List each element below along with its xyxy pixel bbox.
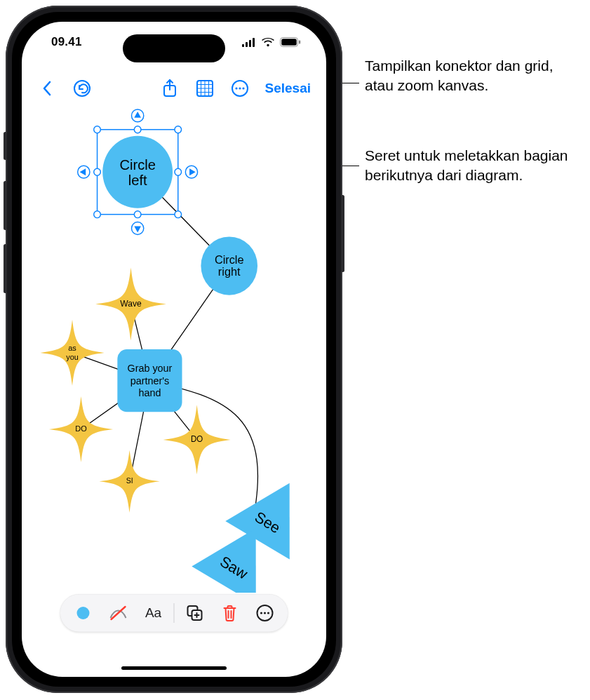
battery-icon [280,37,301,47]
volume-up-button [4,181,7,230]
more-button[interactable] [224,73,255,104]
share-button[interactable] [154,73,185,104]
svg-point-37 [77,607,90,619]
svg-point-25 [175,126,182,133]
share-icon [162,79,177,98]
ellipsis-circle-icon [256,604,274,622]
node-circle-left-label-2: left [128,171,147,187]
node-star-as-you[interactable]: as you [40,320,104,386]
grid-button[interactable] [189,73,220,104]
arrow-handle-top[interactable] [132,109,144,122]
node-star-wave[interactable]: Wave [95,268,166,341]
side-button [4,132,7,160]
svg-point-11 [235,87,237,89]
node-square-label-3: hand [138,387,161,398]
svg-rect-0 [242,44,244,47]
svg-rect-1 [246,42,248,47]
ellipsis-circle-icon [231,79,249,97]
top-toolbar: Selesai [22,71,326,106]
bottom-toolbar: Aa [60,594,288,632]
text-style-button[interactable]: Aa [136,598,171,628]
home-indicator [121,666,227,670]
stroke-none-icon [108,604,129,622]
svg-rect-3 [253,38,255,47]
undo-button[interactable] [67,73,98,104]
canvas[interactable]: Circle left [22,106,326,593]
trash-icon [222,604,238,622]
undo-icon [73,79,91,97]
svg-point-12 [239,87,241,89]
callout-drag-text: Seret untuk meletakkan bagian berikutnya… [365,147,568,183]
delete-button[interactable] [213,598,248,628]
node-star-wave-label: Wave [120,299,142,309]
svg-point-29 [134,211,141,218]
back-button[interactable] [32,73,62,104]
svg-rect-5 [281,39,297,46]
callout-grid: Tampilkan konektor dan grid, atau zoom k… [365,56,582,96]
phone-frame: 09.41 [6,6,342,693]
node-star-do2-label: DO [191,434,203,443]
svg-point-26 [94,168,101,175]
svg-rect-2 [249,40,251,47]
fill-color-button[interactable] [66,598,101,628]
svg-point-28 [94,211,101,218]
done-button[interactable]: Selesai [260,81,317,96]
grid-icon [196,79,214,97]
callout-drag: Seret untuk meletakkan bagian berikutnya… [365,146,582,186]
svg-rect-6 [299,41,300,44]
cellular-icon [242,38,256,47]
svg-point-30 [175,211,182,218]
node-star-as-you-label-2: you [66,353,79,361]
node-star-si-label: SI [126,476,133,485]
node-square-label-1: Grab your [127,362,172,373]
status-bar: 09.41 [22,22,326,62]
duplicate-button[interactable] [177,598,213,628]
svg-point-13 [242,87,244,89]
more-actions-button[interactable] [248,598,283,628]
node-circle-right-label-1: Circle [215,253,244,266]
node-star-do2[interactable]: DO [163,405,231,474]
svg-point-44 [267,612,269,614]
node-square[interactable]: Grab your partner's hand [117,349,182,412]
wifi-icon [261,37,275,47]
node-square-label-2: partner's [130,375,170,386]
callout-grid-text: Tampilkan konektor dan grid, atau zoom k… [365,58,553,93]
node-star-as-you-label-1: as [68,344,76,352]
node-circle-left[interactable]: Circle left [102,136,173,208]
toolbar-divider [174,603,175,623]
svg-point-27 [175,168,182,175]
chevron-left-icon [42,81,52,96]
node-circle-right-label-2: right [218,265,241,278]
duplicate-icon [186,604,204,622]
svg-point-24 [134,126,141,133]
node-circle-right[interactable]: Circle right [201,236,257,295]
arrow-handle-left[interactable] [78,166,90,178]
arrow-handle-bottom[interactable] [132,222,144,235]
stroke-button[interactable] [101,598,136,628]
node-star-do1[interactable]: DO [49,396,113,462]
arrow-handle-right[interactable] [185,166,197,178]
power-button [341,195,344,272]
filled-circle-icon [74,604,93,622]
volume-down-button [4,244,7,293]
node-circle-left-label-1: Circle [119,156,156,172]
done-label: Selesai [265,81,311,95]
svg-point-42 [260,612,262,614]
status-time: 09.41 [51,35,82,49]
text-style-icon: Aa [145,605,161,621]
node-star-do1-label: DO [75,424,87,433]
screen: 09.41 [22,22,326,677]
svg-point-23 [94,126,101,133]
node-star-si[interactable]: SI [99,450,159,513]
svg-point-43 [264,612,266,614]
